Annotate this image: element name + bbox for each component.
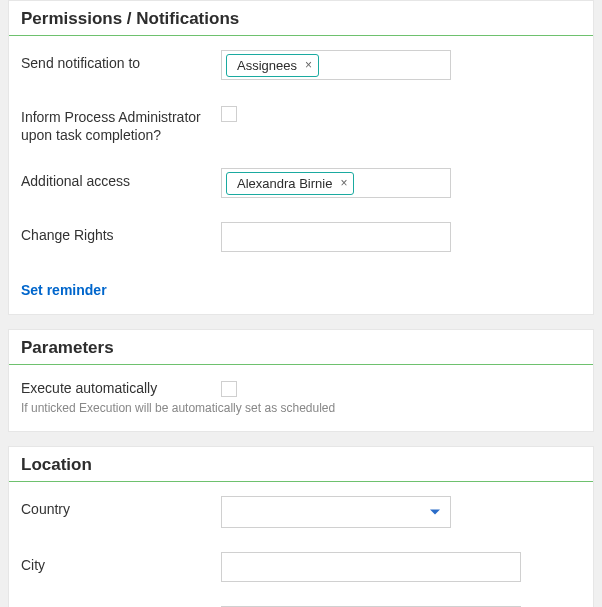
send-notification-row: Send notification to Assignees × xyxy=(21,50,581,80)
execute-auto-label: Execute automatically xyxy=(21,379,221,397)
country-label: Country xyxy=(21,496,221,518)
execute-auto-checkbox[interactable] xyxy=(221,381,237,397)
additional-access-label: Additional access xyxy=(21,168,221,190)
set-reminder-link[interactable]: Set reminder xyxy=(21,282,107,298)
city-label: City xyxy=(21,552,221,574)
tag-label: Assignees xyxy=(237,58,297,73)
inform-admin-label: Inform Process Administrator upon task c… xyxy=(21,104,221,144)
tag-label: Alexandra Birnie xyxy=(237,176,332,191)
send-notification-tag[interactable]: Assignees × xyxy=(226,54,319,77)
parameters-body: Execute automatically If unticked Execut… xyxy=(9,365,593,431)
inform-admin-row: Inform Process Administrator upon task c… xyxy=(21,104,581,144)
additional-access-input[interactable]: Alexandra Birnie × xyxy=(221,168,451,198)
change-rights-input[interactable] xyxy=(221,222,451,252)
location-body: Country City Address xyxy=(9,482,593,607)
set-reminder-row: Set reminder xyxy=(21,276,581,298)
send-notification-label: Send notification to xyxy=(21,50,221,72)
country-row: Country xyxy=(21,496,581,528)
parameters-panel: Parameters Execute automatically If unti… xyxy=(8,329,594,432)
additional-access-tag[interactable]: Alexandra Birnie × xyxy=(226,172,354,195)
inform-admin-checkbox[interactable] xyxy=(221,106,237,122)
execute-auto-hint: If unticked Execution will be automatica… xyxy=(21,401,581,415)
location-header: Location xyxy=(9,447,593,482)
send-notification-input[interactable]: Assignees × xyxy=(221,50,451,80)
permissions-header: Permissions / Notifications xyxy=(9,1,593,36)
remove-tag-icon[interactable]: × xyxy=(340,177,347,189)
chevron-down-icon xyxy=(430,510,440,515)
change-rights-label: Change Rights xyxy=(21,222,221,244)
city-row: City xyxy=(21,552,581,582)
country-select[interactable] xyxy=(221,496,451,528)
city-input[interactable] xyxy=(221,552,521,582)
permissions-panel: Permissions / Notifications Send notific… xyxy=(8,0,594,315)
change-rights-row: Change Rights xyxy=(21,222,581,252)
remove-tag-icon[interactable]: × xyxy=(305,59,312,71)
additional-access-row: Additional access Alexandra Birnie × xyxy=(21,168,581,198)
location-panel: Location Country City Address xyxy=(8,446,594,607)
execute-auto-row: Execute automatically If unticked Execut… xyxy=(21,379,581,415)
parameters-header: Parameters xyxy=(9,330,593,365)
permissions-body: Send notification to Assignees × Inform … xyxy=(9,36,593,314)
